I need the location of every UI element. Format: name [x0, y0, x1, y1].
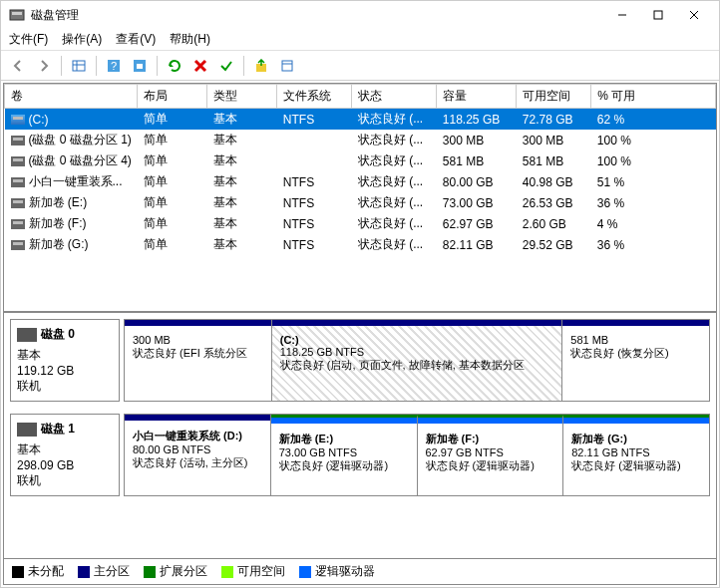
col-volume[interactable]: 卷 [5, 85, 138, 109]
titlebar: 磁盘管理 [1, 1, 719, 29]
menu-view[interactable]: 查看(V) [116, 31, 156, 48]
table-cell: 基本 [207, 130, 277, 150]
table-cell: 29.52 GB [517, 234, 591, 255]
menubar: 文件(F) 操作(A) 查看(V) 帮助(H) [1, 29, 719, 51]
svg-text:?: ? [111, 60, 117, 72]
table-cell: 26.53 GB [517, 192, 591, 213]
volume-list[interactable]: 卷 布局 类型 文件系统 状态 容量 可用空间 % 可用 (C:)简单基本NTF… [4, 84, 716, 313]
content-area: 卷 布局 类型 文件系统 状态 容量 可用空间 % 可用 (C:)简单基本NTF… [3, 83, 717, 585]
table-cell: 简单 [138, 150, 207, 171]
legend-extended: 扩展分区 [144, 563, 207, 580]
table-cell: 基本 [207, 192, 277, 213]
partition[interactable]: (C:)118.25 GB NTFS状态良好 (启动, 页面文件, 故障转储, … [272, 320, 563, 401]
table-cell: 300 MB [437, 130, 517, 150]
disk-row: 磁盘 1基本298.09 GB联机小白一键重装系统 (D:)80.00 GB N… [10, 414, 710, 496]
table-row[interactable]: 新加卷 (E:)简单基本NTFS状态良好 (...73.00 GB26.53 G… [5, 192, 716, 213]
table-row[interactable]: (磁盘 0 磁盘分区 4)简单基本状态良好 (...581 MB581 MB10… [5, 150, 716, 171]
table-cell: 状态良好 (... [352, 213, 437, 234]
check-button[interactable] [215, 55, 237, 77]
partition-container: 小白一键重装系统 (D:)80.00 GB NTFS状态良好 (活动, 主分区)… [124, 414, 710, 496]
view-list-button[interactable] [68, 55, 90, 77]
table-cell: 51 % [591, 171, 716, 192]
partition-container: 300 MB状态良好 (EFI 系统分区(C:)118.25 GB NTFS状态… [124, 319, 710, 402]
graphical-view: 磁盘 0基本119.12 GB联机300 MB状态良好 (EFI 系统分区(C:… [4, 313, 716, 558]
legend-free: 可用空间 [221, 563, 285, 580]
disk-label[interactable]: 磁盘 1基本298.09 GB联机 [10, 414, 120, 496]
menu-help[interactable]: 帮助(H) [170, 31, 210, 48]
col-fs[interactable]: 文件系统 [277, 85, 352, 109]
table-cell: 73.00 GB [437, 192, 517, 213]
volume-icon [11, 198, 25, 208]
table-cell: 300 MB [517, 130, 591, 150]
table-cell: 581 MB [517, 150, 591, 171]
partition[interactable]: 新加卷 (E:)73.00 GB NTFS状态良好 (逻辑驱动器) [271, 415, 418, 495]
col-type[interactable]: 类型 [207, 85, 277, 109]
legend-unallocated: 未分配 [12, 563, 64, 580]
refresh-icon[interactable] [164, 55, 185, 77]
volume-icon [11, 240, 25, 250]
col-percent[interactable]: % 可用 [591, 85, 716, 109]
toolbar: ? [1, 51, 719, 81]
partition[interactable]: 新加卷 (F:)62.97 GB NTFS状态良好 (逻辑驱动器) [418, 415, 564, 495]
table-cell: 36 % [591, 234, 716, 255]
close-button[interactable] [677, 5, 711, 25]
table-cell: 状态良好 (... [352, 150, 437, 171]
legend-logical: 逻辑驱动器 [299, 563, 375, 580]
table-row[interactable]: (磁盘 0 磁盘分区 1)简单基本状态良好 (...300 MB300 MB10… [5, 130, 716, 150]
svg-rect-16 [282, 61, 292, 71]
table-cell: 36 % [591, 192, 716, 213]
menu-action[interactable]: 操作(A) [62, 31, 102, 48]
volume-icon [11, 177, 25, 187]
table-cell: 100 % [591, 150, 716, 171]
export-button[interactable] [250, 55, 272, 77]
svg-rect-6 [73, 61, 85, 71]
table-cell: 581 MB [437, 150, 517, 171]
partition[interactable]: 小白一键重装系统 (D:)80.00 GB NTFS状态良好 (活动, 主分区) [125, 415, 271, 495]
svg-rect-12 [137, 64, 143, 69]
table-cell: 62 % [591, 109, 716, 131]
table-cell: NTFS [277, 109, 352, 131]
table-row[interactable]: 小白一键重装系...简单基本NTFS状态良好 (...80.00 GB40.98… [5, 171, 716, 192]
svg-rect-3 [654, 11, 662, 19]
legend-primary: 主分区 [78, 563, 130, 580]
table-row[interactable]: 新加卷 (F:)简单基本NTFS状态良好 (...62.97 GB2.60 GB… [5, 213, 716, 234]
forward-button[interactable] [33, 55, 55, 77]
partition[interactable]: 300 MB状态良好 (EFI 系统分区 [125, 320, 272, 401]
table-cell: 新加卷 (F:) [5, 213, 138, 234]
col-capacity[interactable]: 容量 [437, 85, 517, 109]
volume-icon [11, 115, 25, 125]
table-cell: NTFS [277, 213, 352, 234]
table-cell: 118.25 GB [437, 109, 517, 131]
table-cell: 基本 [207, 213, 277, 234]
minimize-button[interactable] [605, 5, 639, 25]
table-cell: 简单 [138, 130, 207, 150]
refresh-button[interactable] [129, 55, 151, 77]
table-cell: 简单 [138, 234, 207, 255]
col-layout[interactable]: 布局 [138, 85, 207, 109]
partition[interactable]: 581 MB状态良好 (恢复分区) [562, 320, 709, 401]
delete-button[interactable] [189, 55, 211, 77]
disk-icon [17, 423, 37, 437]
table-cell: 简单 [138, 213, 207, 234]
table-cell: (C:) [5, 109, 138, 131]
disk-label[interactable]: 磁盘 0基本119.12 GB联机 [10, 319, 120, 402]
back-button[interactable] [7, 55, 29, 77]
table-row[interactable]: 新加卷 (G:)简单基本NTFS状态良好 (...82.11 GB29.52 G… [5, 234, 716, 255]
col-status[interactable]: 状态 [352, 85, 437, 109]
table-cell [277, 150, 352, 171]
properties-button[interactable] [276, 55, 298, 77]
partition[interactable]: 新加卷 (G:)82.11 GB NTFS状态良好 (逻辑驱动器) [563, 415, 709, 495]
volume-icon [11, 156, 25, 166]
table-cell: 简单 [138, 192, 207, 213]
table-cell: (磁盘 0 磁盘分区 4) [5, 150, 138, 171]
maximize-button[interactable] [641, 5, 675, 25]
table-row[interactable]: (C:)简单基本NTFS状态良好 (...118.25 GB72.78 GB62… [5, 109, 716, 131]
app-icon [9, 7, 25, 23]
menu-file[interactable]: 文件(F) [9, 31, 48, 48]
disk-icon [17, 328, 37, 342]
help-button[interactable]: ? [103, 55, 125, 77]
col-free[interactable]: 可用空间 [517, 85, 591, 109]
table-cell: 状态良好 (... [352, 192, 437, 213]
disk-row: 磁盘 0基本119.12 GB联机300 MB状态良好 (EFI 系统分区(C:… [10, 319, 710, 402]
table-cell: 82.11 GB [437, 234, 517, 255]
